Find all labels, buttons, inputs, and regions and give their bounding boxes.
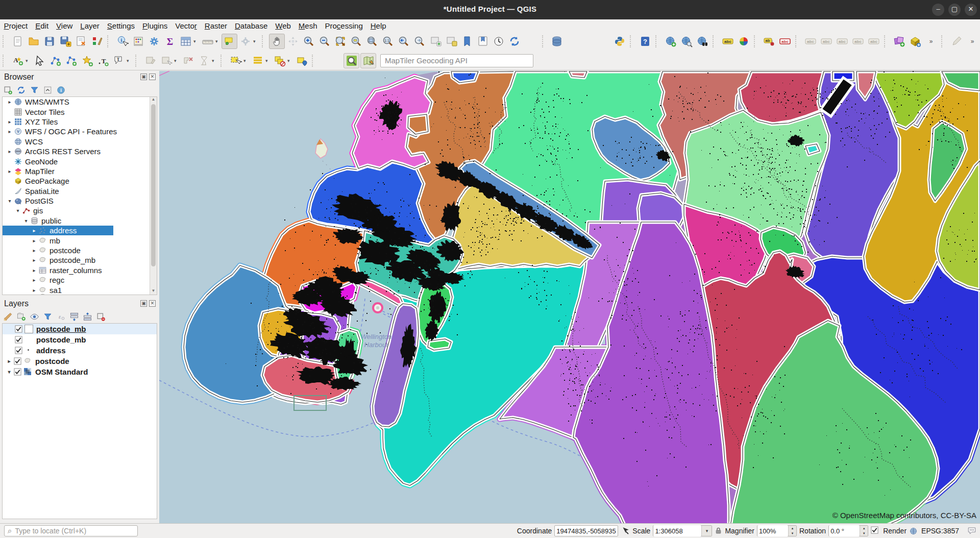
svg-text:i: i (120, 37, 122, 43)
svg-text:abc: abc (823, 39, 830, 44)
svg-text:Harbour: Harbour (364, 341, 389, 349)
svg-text:abc: abc (807, 39, 814, 44)
svg-text:Wellington: Wellington (361, 333, 391, 340)
svg-text:»: » (929, 38, 933, 45)
svg-text:A: A (13, 56, 18, 64)
svg-text:1:1: 1:1 (384, 39, 389, 42)
svg-text:abc: abc (724, 39, 731, 44)
svg-text:»: » (970, 38, 974, 45)
svg-text:V: V (17, 130, 20, 134)
svg-text:ε: ε (59, 313, 61, 319)
svg-text:abc: abc (781, 39, 789, 44)
svg-text:?: ? (643, 38, 647, 45)
svg-text:Σ: Σ (166, 36, 173, 47)
svg-text:abc: abc (870, 39, 877, 44)
svg-text:© OpenStreetMap contributors,: © OpenStreetMap contributors, CC-BY-SA (832, 511, 976, 520)
svg-text:T: T (116, 56, 119, 61)
svg-text:i: i (60, 88, 62, 93)
svg-text:ab: ab (765, 38, 770, 43)
svg-text:abc: abc (839, 39, 846, 44)
svg-text:abc: abc (854, 39, 862, 44)
